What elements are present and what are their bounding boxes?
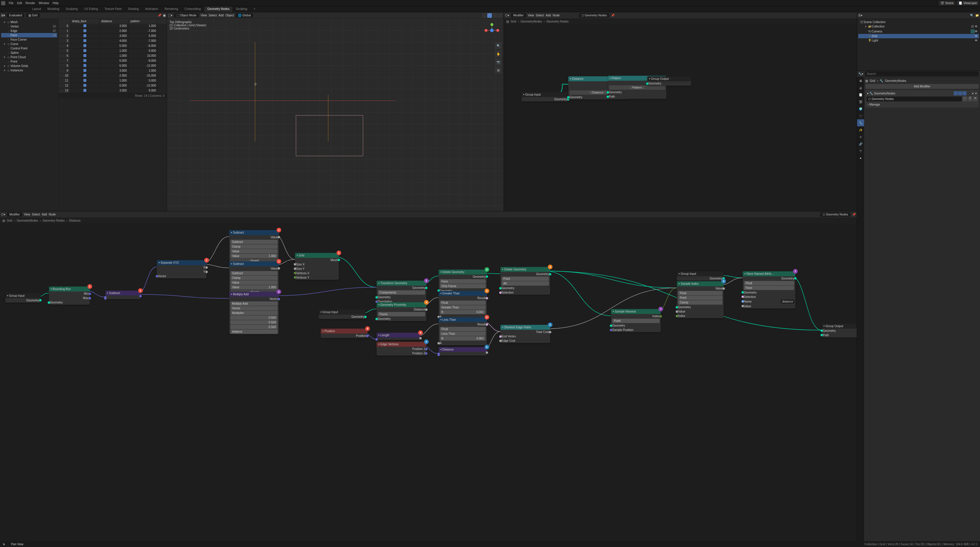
outliner-item-light[interactable]: 💡Light👁 [858, 38, 979, 43]
shading-solid-icon[interactable] [487, 13, 492, 18]
node-field[interactable]: Float [440, 327, 486, 331]
node-dist[interactable]: ▾Distance5 [439, 347, 487, 355]
table-row[interactable]: 51.0009.000 [59, 49, 167, 54]
menu-node[interactable]: Node [553, 14, 560, 17]
node-sna[interactable]: ▾Store Named Attrib...GeometryFloatFaceG… [743, 271, 795, 308]
node-gt[interactable]: ▾Greater ThanResultFloatGreater ThanB0.0… [439, 291, 487, 319]
node-field[interactable]: Faces [378, 312, 425, 316]
bc-item[interactable]: Grid [511, 20, 516, 23]
persp-icon[interactable]: ⊞ [495, 67, 502, 74]
node-field[interactable]: Less Than [440, 331, 486, 336]
node-field[interactable]: Subtract [230, 271, 278, 275]
pin-icon[interactable]: 📌 [611, 14, 614, 17]
bc-item[interactable]: GeometryNodes [17, 219, 38, 222]
editor-type-icon[interactable]: ⬡▾ [1, 213, 5, 216]
tab-particles-icon[interactable]: ✨ [857, 126, 864, 133]
scene-selector[interactable]: 🎬 Scene [939, 1, 955, 5]
node-pos[interactable]: ▾PositionPosition6 [321, 328, 368, 338]
bc-item[interactable]: Distance [69, 219, 81, 222]
node-field[interactable]: Value1.000 [230, 254, 278, 258]
menu-help[interactable]: Help [52, 2, 59, 5]
node-grid[interactable]: ▾GridMeshSize XSize YVertices XVertices … [295, 253, 339, 280]
menu-render[interactable]: Render [25, 2, 35, 5]
close-icon[interactable]: ✕ [973, 97, 978, 101]
node-sub2[interactable]: ▾SubtractValueSubtractClampValueValue1.0… [229, 230, 279, 263]
node-field[interactable]: Multiply Add [230, 301, 278, 306]
nodegroup-type[interactable]: Modifier [511, 13, 526, 17]
table-row[interactable]: 111.0005.000 [59, 78, 167, 83]
node-group-output[interactable]: ▾Group Output Geometry [647, 76, 691, 86]
node-snear[interactable]: ▾Sample NearestIndexPointGeometrySample … [611, 309, 661, 332]
tab-geometry-nodes[interactable]: Geometry Nodes [204, 6, 232, 12]
node-field[interactable]: Components [378, 290, 425, 295]
node-bbox[interactable]: ▾Bounding BoxMinMaxGeometry1 [49, 287, 90, 304]
node-field[interactable]: Point [612, 319, 660, 323]
table-row[interactable]: 61.00010.000 [59, 54, 167, 59]
node-field[interactable]: Face [744, 285, 794, 290]
menu-view[interactable]: View [528, 14, 535, 17]
orientation[interactable]: 🌐 Global [235, 13, 253, 17]
bc-item[interactable]: GeometryNodes [885, 79, 906, 82]
bc-item[interactable]: Geometry Nodes [43, 219, 65, 222]
visibility-icon[interactable]: 👁 [975, 39, 978, 42]
pan-icon[interactable]: ✋ [495, 50, 502, 57]
users-icon[interactable]: 2 [968, 97, 972, 101]
menu-window[interactable]: Window [39, 2, 49, 5]
mod-toggle-icon[interactable] [963, 91, 967, 95]
node-field[interactable]: Clamp [230, 244, 278, 249]
viewport-canvas[interactable]: Top Orthographic (1) Collection | Grid (… [167, 19, 504, 211]
mod-close-icon[interactable]: ✕ [975, 92, 977, 95]
outliner-item-grid[interactable]: ▽Grid👁 [858, 34, 979, 38]
node-field[interactable]: All [501, 281, 549, 285]
column-header[interactable]: sharp_face [70, 19, 100, 24]
domain-item[interactable]: ◦Edge42 [1, 29, 57, 33]
node-field[interactable]: Clamp [678, 300, 722, 304]
tab-modifier-icon[interactable]: 🔧 [857, 119, 864, 126]
visibility-icon[interactable]: 👁 [975, 35, 978, 38]
tab-shading[interactable]: Shading [125, 6, 142, 12]
nodegroup-type[interactable]: Modifier [7, 212, 22, 217]
editor-type-icon[interactable]: ⊞▾ [1, 14, 5, 17]
node-field[interactable]: Float [678, 291, 722, 295]
tab-physics-icon[interactable]: ⚛ [857, 133, 864, 140]
outliner-scene[interactable]: 🎬Scene Collection [858, 20, 979, 24]
node-field[interactable]: B0.001 [440, 310, 486, 314]
node-sub3[interactable]: ▾SubtractValueSubtractClampValueValue1.0… [229, 262, 279, 294]
visibility-icon[interactable]: ☑ 👁 [971, 25, 978, 28]
node-field[interactable]: 0.500 [230, 316, 278, 320]
outliner-item-camera[interactable]: 📷Camera 👁 [858, 29, 979, 34]
tab-uv-editing[interactable]: UV Editing [81, 6, 101, 12]
node-field[interactable]: Float [440, 301, 486, 305]
editor-type-icon[interactable]: 🔧▾ [858, 72, 863, 75]
menu-select[interactable]: Select [32, 213, 40, 216]
table-row[interactable]: 86.000-12.000 [59, 63, 167, 68]
table-row[interactable]: 23.0005.000 [59, 33, 167, 39]
node-field[interactable]: ⬚ Pattern ⬚ [609, 86, 665, 90]
visibility-icon[interactable]: 👁 [975, 30, 978, 33]
nodegroup-selector[interactable]: ⬡ Geometry Nodes [820, 212, 850, 217]
node-canvas[interactable]: ▾Group InputGeometry▾Bounding BoxMinMaxG… [0, 224, 857, 541]
node-field[interactable]: Vector [230, 306, 278, 311]
node-dgeo1[interactable]: ▾Delete GeometryGeometryFaceOnly FacesGe… [439, 270, 487, 293]
node-canvas[interactable]: ▾Group Input Geometry ▾Distance⬚ Geometr… [504, 24, 857, 211]
new-collection-icon[interactable]: 📁 [975, 14, 979, 17]
domain-item[interactable]: ◦Face14 [1, 33, 57, 37]
domain-item[interactable]: ◦Vertex28 [1, 24, 57, 29]
menu-select[interactable]: Select [208, 14, 217, 17]
nodegroup-field[interactable]: ⬡ Geometry Nodes [867, 97, 962, 101]
tab-object-icon[interactable]: ⬚ [857, 112, 864, 119]
node-field[interactable]: 0.500 [230, 325, 278, 329]
domain-item[interactable]: ◦Face Corner [1, 37, 57, 42]
menu-edit[interactable]: Edit [17, 2, 22, 5]
table-row[interactable]: 120.000-12.000 [59, 83, 167, 88]
tab-modeling[interactable]: Modeling [45, 6, 62, 12]
filter-icon[interactable]: 🔍 [970, 14, 974, 17]
node-gi2[interactable]: ▾Group InputGeometry [319, 309, 366, 319]
node-dgeo2[interactable]: ▾Delete GeometryGeometryPointAllGeometry… [500, 267, 550, 295]
tab-compositing[interactable]: Compositing [182, 6, 204, 12]
tab-rendering[interactable]: Rendering [162, 6, 181, 12]
tab-layout[interactable]: Layout [29, 6, 44, 12]
node-tgeo[interactable]: ▾Transform GeometryGeometryComponentsGeo… [377, 281, 426, 304]
node-everts[interactable]: ▾Edge VerticesPosition 1Position 25 [377, 342, 426, 355]
modifier-name[interactable]: GeometryNodes [874, 92, 896, 95]
